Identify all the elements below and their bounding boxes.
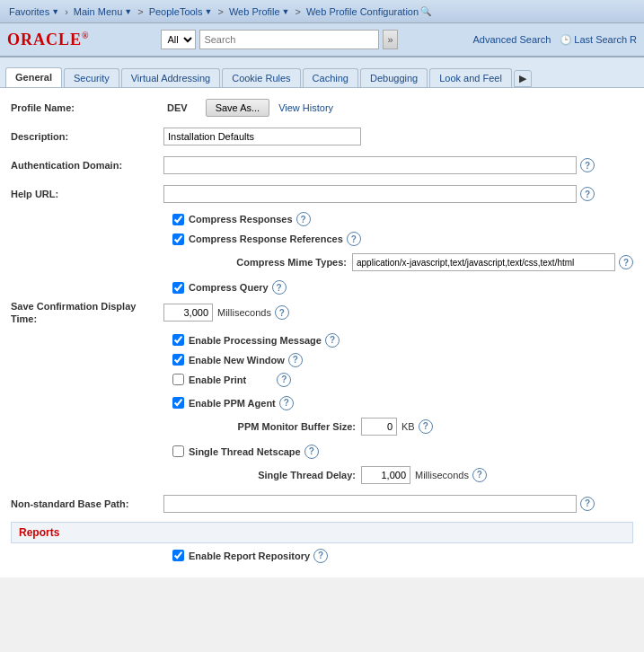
ppm-buffer-help-icon[interactable]: ?: [419, 419, 433, 434]
favorites-nav[interactable]: Favorites ▼: [5, 6, 63, 17]
people-tools-nav[interactable]: PeopleTools ▼: [146, 6, 216, 17]
sep2: >: [136, 6, 145, 17]
single-thread-delay-input[interactable]: [361, 466, 410, 484]
enable-ppm-help-icon[interactable]: ?: [279, 396, 294, 410]
enable-processing-row: Enable Processing Message ?: [11, 333, 633, 348]
enable-new-window-label: Enable New Window: [189, 355, 285, 366]
help-url-row: Help URL: ?: [11, 183, 633, 205]
advanced-search-link[interactable]: Advanced Search: [472, 34, 551, 45]
tab-more-button[interactable]: ▶: [514, 70, 532, 87]
web-profile-nav[interactable]: Web Profile ▼: [225, 6, 294, 17]
description-label: Description:: [11, 131, 163, 142]
tab-caching[interactable]: Caching: [303, 68, 358, 87]
tab-security[interactable]: Security: [64, 68, 119, 87]
compress-responses-row: Compress Responses ?: [11, 212, 633, 226]
tabs-bar: General Security Virtual Addressing Cook…: [0, 57, 644, 88]
auth-domain-row: Authentication Domain: ?: [11, 154, 633, 176]
enable-print-checkbox[interactable]: [172, 374, 184, 385]
save-confirm-row: Save Confirmation Display Time: Millisec…: [11, 300, 633, 326]
compress-mime-input[interactable]: [352, 253, 615, 271]
save-confirm-label: Save Confirmation Display Time:: [11, 300, 163, 326]
single-thread-help-icon[interactable]: ?: [304, 445, 319, 459]
compress-query-row: Compress Query ?: [11, 280, 633, 295]
auth-domain-input[interactable]: [163, 156, 577, 174]
single-thread-row: Single Thread Netscape ?: [11, 445, 633, 459]
ppm-buffer-input[interactable]: [361, 418, 397, 436]
enable-new-window-row: Enable New Window ?: [11, 353, 633, 367]
single-thread-checkbox[interactable]: [172, 445, 184, 457]
compress-query-label: Compress Query: [189, 282, 269, 293]
auth-domain-help-icon[interactable]: ?: [580, 158, 595, 172]
config-icon: 🔍: [420, 6, 431, 16]
tab-virtual-addressing[interactable]: Virtual Addressing: [121, 68, 220, 87]
web-profile-config-nav[interactable]: Web Profile Configuration 🔍: [303, 6, 435, 17]
enable-processing-help-icon[interactable]: ?: [325, 333, 340, 348]
tab-general[interactable]: General: [5, 67, 62, 87]
compress-mime-help-icon[interactable]: ?: [619, 255, 633, 269]
tab-look-and-feel[interactable]: Look and Feel: [429, 68, 512, 87]
compress-mime-row: Compress Mime Types: ?: [11, 251, 633, 273]
auth-domain-label: Authentication Domain:: [11, 160, 163, 171]
profile-name-value: DEV: [167, 102, 188, 113]
search-input[interactable]: [199, 30, 379, 49]
go-arrows-icon: »: [387, 34, 393, 45]
enable-report-repo-checkbox[interactable]: [172, 550, 184, 561]
enable-processing-label: Enable Processing Message: [189, 335, 322, 346]
non-standard-base-help-icon[interactable]: ?: [580, 497, 595, 511]
enable-print-row: Enable Print ?: [11, 373, 633, 387]
tab-debugging[interactable]: Debugging: [360, 68, 428, 87]
enable-new-window-checkbox[interactable]: [172, 354, 184, 366]
enable-ppm-label: Enable PPM Agent: [189, 398, 276, 409]
compress-responses-help-icon[interactable]: ?: [296, 212, 311, 226]
single-thread-delay-label: Single Thread Delay:: [190, 470, 361, 480]
ppm-buffer-row: PPM Monitor Buffer Size: KB ?: [11, 416, 633, 437]
enable-new-window-help-icon[interactable]: ?: [288, 353, 303, 367]
single-thread-unit-label: Milliseconds: [415, 470, 469, 480]
compress-query-checkbox[interactable]: [172, 282, 184, 294]
search-scope-select[interactable]: All: [161, 30, 196, 49]
enable-ppm-checkbox[interactable]: [172, 397, 184, 409]
save-as-button[interactable]: Save As...: [206, 99, 270, 117]
reports-section-header: Reports: [11, 522, 633, 543]
profile-name-label: Profile Name:: [11, 102, 163, 113]
sep3: >: [216, 6, 225, 17]
search-go-button[interactable]: »: [383, 30, 397, 49]
save-confirm-input[interactable]: [163, 304, 213, 322]
non-standard-base-input[interactable]: [163, 495, 577, 513]
last-search-link[interactable]: 🕒 Last Search R: [560, 34, 637, 46]
compress-responses-checkbox[interactable]: [172, 214, 184, 225]
sep4: >: [294, 6, 303, 17]
non-standard-base-label: Non-standard Base Path:: [11, 498, 163, 509]
main-menu-chevron: ▼: [124, 7, 132, 16]
compress-query-help-icon[interactable]: ?: [272, 280, 287, 295]
enable-report-repo-help-icon[interactable]: ?: [313, 549, 328, 563]
enable-print-label: Enable Print: [189, 374, 246, 385]
oracle-logo: ORACLE®: [7, 31, 90, 49]
description-input[interactable]: [163, 128, 361, 145]
non-standard-base-row: Non-standard Base Path: ?: [11, 493, 633, 515]
enable-print-help-icon[interactable]: ?: [277, 373, 291, 387]
single-thread-delay-row: Single Thread Delay: Milliseconds ?: [11, 464, 633, 486]
single-thread-delay-help-icon[interactable]: ?: [472, 468, 487, 482]
last-search-icon: 🕒: [560, 34, 572, 46]
top-nav-bar: Favorites ▼ › Main Menu ▼ > PeopleTools …: [0, 0, 644, 23]
enable-report-repo-label: Enable Report Repository: [189, 551, 310, 561]
save-confirm-help-icon[interactable]: ?: [275, 305, 289, 320]
enable-processing-checkbox[interactable]: [172, 334, 184, 346]
main-menu-nav[interactable]: Main Menu ▼: [70, 6, 136, 17]
help-url-input[interactable]: [163, 185, 577, 203]
ppm-kb-label: KB: [401, 421, 415, 432]
people-tools-chevron: ▼: [205, 7, 213, 16]
compress-response-refs-checkbox[interactable]: [172, 233, 184, 245]
compress-response-refs-help-icon[interactable]: ?: [347, 232, 361, 246]
view-history-link[interactable]: View History: [278, 102, 333, 113]
tab-cookie-rules[interactable]: Cookie Rules: [222, 68, 300, 87]
save-confirm-unit-label: Milliseconds: [217, 307, 271, 318]
sep1: ›: [63, 6, 70, 17]
header-row: ORACLE® All » Advanced Search 🕒 Last Sea…: [0, 23, 644, 57]
enable-ppm-row: Enable PPM Agent ?: [11, 396, 633, 410]
favorites-chevron: ▼: [51, 7, 59, 16]
single-thread-label: Single Thread Netscape: [189, 446, 301, 457]
help-url-help-icon[interactable]: ?: [580, 187, 595, 201]
compress-responses-label: Compress Responses: [189, 214, 293, 225]
